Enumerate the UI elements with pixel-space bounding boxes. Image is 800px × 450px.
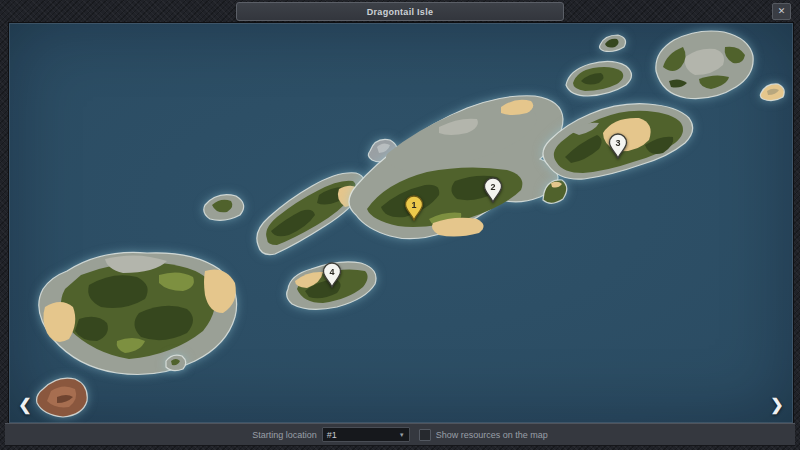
- starting-location-label: Starting location: [252, 430, 317, 440]
- island-north-small: [566, 61, 632, 96]
- previous-island-button[interactable]: ❮: [15, 395, 35, 415]
- next-island-button[interactable]: ❯: [767, 395, 787, 415]
- map-viewport: 1 2 3 4 ❮ ❯: [8, 22, 794, 424]
- starting-location-value: #1: [327, 430, 337, 440]
- islet-tiny-south: [166, 355, 186, 370]
- window-title: Dragontail Isle: [236, 2, 564, 21]
- map-pin-1[interactable]: 1: [404, 194, 424, 221]
- pin-number: 1: [411, 200, 416, 210]
- window-frame: Dragontail Isle ✕: [0, 0, 800, 450]
- island-central: [349, 96, 563, 239]
- pin-number: 4: [329, 267, 334, 277]
- footer-bar: Starting location #1 ▼ Show resources on…: [5, 423, 795, 446]
- islet-sandy-east: [760, 84, 784, 101]
- map-pin-icon: 4: [322, 261, 342, 288]
- starting-location-dropdown[interactable]: #1 ▼: [322, 427, 410, 442]
- map-pin-2[interactable]: 2: [483, 176, 503, 203]
- show-resources-label: Show resources on the map: [436, 430, 548, 440]
- map-pin-icon: 3: [608, 132, 628, 159]
- pin-number: 3: [615, 138, 620, 148]
- chevron-down-icon: ▼: [399, 432, 405, 438]
- show-resources-checkbox[interactable]: [419, 429, 431, 441]
- island-midleft: [257, 173, 365, 255]
- map-pin-icon: 1: [404, 194, 424, 221]
- pin-number: 2: [490, 182, 495, 192]
- close-button[interactable]: ✕: [772, 3, 791, 20]
- island-northeast: [656, 31, 753, 99]
- island-southwest: [39, 252, 237, 374]
- island-clay: [37, 378, 88, 417]
- map-pin-3[interactable]: 3: [608, 132, 628, 159]
- map-pin-4[interactable]: 4: [322, 261, 342, 288]
- archipelago-map: [9, 23, 793, 423]
- islet-small-west: [204, 195, 244, 221]
- islet-top: [600, 35, 626, 52]
- map-pin-icon: 2: [483, 176, 503, 203]
